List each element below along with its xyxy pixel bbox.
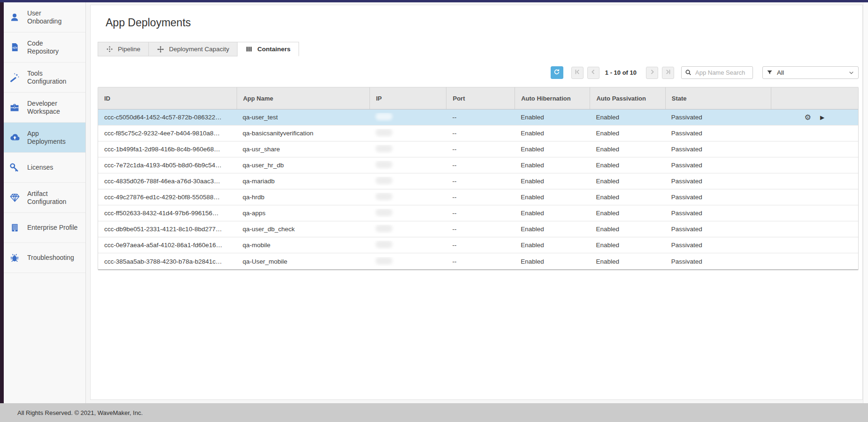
table-row[interactable]: ccc-f85c75c2-9232-4ee7-b404-9810a8…qa-ba… [98, 125, 858, 141]
table-row[interactable]: ccc-1b499fa1-2d98-416b-8c4b-960e68…qa-us… [98, 141, 858, 157]
gear-icon[interactable]: ⚙ [805, 114, 811, 121]
cell-auto-passivation: Enabled [590, 178, 665, 185]
ip-redacted-blur [376, 145, 392, 152]
table-row[interactable]: ccc-ff502633-8432-41d4-97b6-996156…qa-ap… [98, 205, 858, 221]
next-page-button[interactable] [646, 67, 658, 79]
search-icon [685, 69, 691, 78]
sidebar-item-tools-configuration[interactable]: Tools Configuration [4, 63, 85, 93]
sidebar-item-label: Developer Workspace [27, 100, 60, 116]
sidebar-item-troubleshooting[interactable]: Troubleshooting [4, 243, 85, 273]
ip-redacted-blur [376, 209, 392, 216]
sidebar-item-label: Tools Configuration [27, 70, 66, 86]
table-row[interactable]: ccc-c5050d64-1452-4c57-872b-086322…qa-us… [98, 109, 858, 125]
cell-id: ccc-1b499fa1-2d98-416b-8c4b-960e68… [98, 146, 237, 153]
table-row[interactable]: ccc-4835d026-788f-46ea-a76d-30aac3…qa-ma… [98, 173, 858, 189]
filter-select[interactable]: All [762, 66, 859, 79]
cell-ip [369, 193, 446, 202]
last-page-icon [665, 69, 671, 77]
cell-app-name: qa-apps [237, 210, 369, 217]
sidebar-item-developer-workspace[interactable]: Developer Workspace [4, 93, 85, 123]
columns-icon [246, 46, 253, 53]
app-deployments-panel: App Deployments PipelineDeployment Capac… [90, 5, 863, 400]
cell-id: ccc-7e72c1da-4193-4b05-b8d0-6b9c54… [98, 162, 237, 169]
wand-icon [9, 72, 20, 83]
ip-redacted-blur [376, 129, 392, 136]
cell-state: Passivated [665, 130, 771, 137]
play-icon[interactable]: ▶ [820, 115, 824, 120]
cell-auto-passivation: Enabled [590, 162, 665, 169]
cell-app-name: qa-basicsanityverification [237, 130, 369, 137]
app-name-search-input[interactable] [681, 66, 753, 79]
user-icon [9, 12, 20, 23]
cell-state: Passivated [665, 178, 771, 185]
sidebar-item-user-onboarding[interactable]: User Onboarding [4, 2, 85, 32]
cell-auto-hibernation: Enabled [515, 210, 590, 217]
sidebar-item-label: App Deployments [27, 130, 66, 146]
tab-label: Containers [257, 46, 291, 53]
cell-ip [369, 129, 446, 138]
header-cell-state: State [665, 87, 771, 109]
ip-redacted-blur [376, 241, 392, 248]
cell-state: Passivated [665, 194, 771, 201]
cell-app-name: qa-usr_share [237, 146, 369, 153]
cell-port: -- [446, 242, 515, 249]
table-header-row: IDApp NameIPPortAuto HibernationAuto Pas… [98, 87, 858, 109]
sidebar-item-code-repository[interactable]: </>Code Repository [4, 32, 85, 63]
cell-auto-hibernation: Enabled [515, 146, 590, 153]
header-cell-port: Port [446, 87, 515, 109]
key-icon [9, 162, 20, 173]
move-icon [157, 46, 164, 53]
table-row[interactable]: ccc-385aa5ab-3788-4230-b78a-b2841c…qa-Us… [98, 253, 858, 269]
cell-ip [369, 257, 446, 266]
cell-app-name: qa-user_hr_db [237, 162, 369, 169]
sidebar-item-label: User Onboarding [27, 9, 61, 25]
main-area: App Deployments PipelineDeployment Capac… [86, 2, 863, 403]
tab-label: Pipeline [118, 46, 140, 53]
sidebar-item-artifact-configuration[interactable]: Artifact Configuration [4, 183, 85, 213]
svg-text:</>: </> [12, 46, 17, 49]
last-page-button[interactable] [662, 67, 674, 79]
cell-state: Passivated [665, 242, 771, 249]
scrollbar-track[interactable] [863, 2, 868, 403]
cell-auto-hibernation: Enabled [515, 258, 590, 265]
cell-auto-hibernation: Enabled [515, 114, 590, 121]
cell-auto-passivation: Enabled [590, 146, 665, 153]
header-cell-actions [771, 87, 858, 109]
table-row[interactable]: ccc-db9be051-2331-4121-8c10-8bd277…qa-us… [98, 221, 858, 237]
cell-port: -- [446, 194, 515, 201]
building-icon [9, 222, 20, 234]
refresh-icon [553, 68, 561, 77]
sidebar-item-label: Artifact Configuration [27, 190, 66, 206]
table-row[interactable]: ccc-49c27876-ed1c-4292-b0f8-550588…qa-hr… [98, 189, 858, 205]
cell-ip [369, 241, 446, 250]
cell-port: -- [446, 146, 515, 153]
cell-auto-hibernation: Enabled [515, 130, 590, 137]
cell-auto-passivation: Enabled [590, 114, 665, 121]
tab-containers[interactable]: Containers [238, 42, 299, 56]
cell-id: ccc-db9be051-2331-4121-8c10-8bd277… [98, 226, 237, 233]
page-title: App Deployments [106, 16, 859, 30]
cell-auto-passivation: Enabled [590, 226, 665, 233]
cell-app-name: qa-mobile [237, 242, 369, 249]
cell-id: ccc-4835d026-788f-46ea-a76d-30aac3… [98, 178, 237, 185]
sidebar-item-licenses[interactable]: Licenses [4, 153, 85, 183]
table-row[interactable]: ccc-0e97aea4-a5af-4102-86a1-fd60e16…qa-m… [98, 237, 858, 253]
cell-id: ccc-f85c75c2-9232-4ee7-b404-9810a8… [98, 130, 237, 137]
tab-deployment-capacity[interactable]: Deployment Capacity [149, 42, 238, 56]
ip-redacted-blur [376, 257, 392, 265]
sidebar-item-app-deployments[interactable]: App Deployments [4, 123, 85, 153]
refresh-button[interactable] [551, 66, 563, 79]
prev-page-button[interactable] [587, 67, 599, 79]
cell-auto-passivation: Enabled [590, 258, 665, 265]
first-page-button[interactable] [571, 67, 584, 79]
tab-pipeline[interactable]: Pipeline [98, 42, 149, 56]
cell-port: -- [446, 226, 515, 233]
ip-redacted-blur [376, 225, 392, 232]
header-cell-auto-passivation: Auto Passivation [590, 87, 665, 109]
tab-bar: PipelineDeployment CapacityContainers [98, 42, 859, 56]
cell-id: ccc-ff502633-8432-41d4-97b6-996156… [98, 210, 237, 217]
table-row[interactable]: ccc-7e72c1da-4193-4b05-b8d0-6b9c54…qa-us… [98, 157, 858, 173]
code-icon: </> [9, 42, 20, 53]
filter-value: All [777, 69, 784, 76]
sidebar-item-enterprise-profile[interactable]: Enterprise Profile [4, 213, 85, 243]
